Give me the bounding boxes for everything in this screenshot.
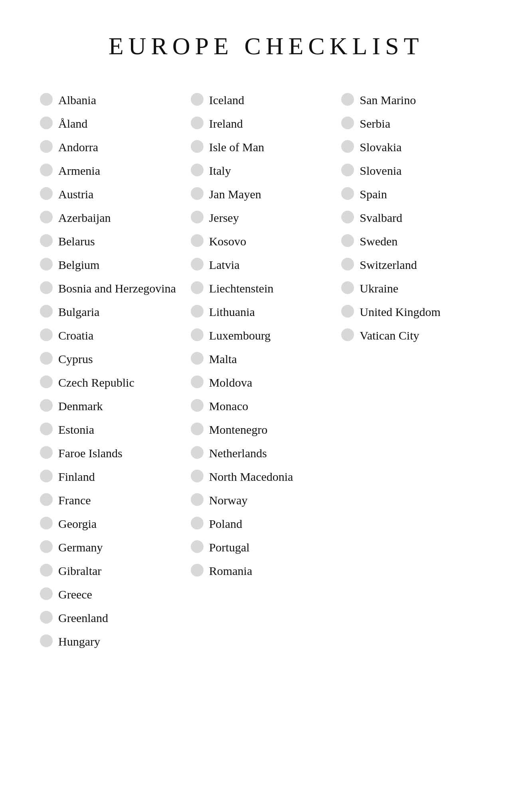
checklist-item-jersey[interactable]: Jersey [191,206,342,229]
checklist-item-luxembourg[interactable]: Luxembourg [191,324,342,347]
checkbox-albania[interactable] [40,93,53,106]
checklist-item-serbia[interactable]: Serbia [341,112,492,135]
checkbox-liechtenstein[interactable] [191,281,204,294]
checkbox-lithuania[interactable] [191,305,204,318]
checklist-item-liechtenstein[interactable]: Liechtenstein [191,277,342,300]
checkbox-spain[interactable] [341,187,354,200]
checklist-item-georgia[interactable]: Georgia [40,512,191,535]
checkbox-sweden[interactable] [341,234,354,247]
checklist-item-bulgaria[interactable]: Bulgaria [40,300,191,324]
checklist-item-svalbard[interactable]: Svalbard [341,206,492,229]
checklist-item-andorra[interactable]: Andorra [40,135,191,159]
checklist-item-portugal[interactable]: Portugal [191,535,342,559]
checkbox-luxembourg[interactable] [191,328,204,341]
checklist-item-denmark[interactable]: Denmark [40,394,191,418]
checklist-item-netherlands[interactable]: Netherlands [191,441,342,465]
checklist-item-san-marino[interactable]: San Marino [341,88,492,112]
checkbox-ukraine[interactable] [341,281,354,294]
checklist-item-armenia[interactable]: Armenia [40,159,191,182]
checklist-item-monaco[interactable]: Monaco [191,394,342,418]
checkbox-slovakia[interactable] [341,140,354,153]
checklist-item-bosnia[interactable]: Bosnia and Herzegovina [40,277,191,300]
checklist-item-lithuania[interactable]: Lithuania [191,300,342,324]
checkbox-latvia[interactable] [191,258,204,271]
checkbox-switzerland[interactable] [341,258,354,271]
checkbox-czech-republic[interactable] [40,375,53,388]
checkbox-moldova[interactable] [191,375,204,388]
checklist-item-gibraltar[interactable]: Gibraltar [40,559,191,583]
checklist-item-iceland[interactable]: Iceland [191,88,342,112]
checkbox-georgia[interactable] [40,517,53,529]
checklist-item-kosovo[interactable]: Kosovo [191,229,342,253]
checkbox-isle-of-man[interactable] [191,140,204,153]
checklist-item-moldova[interactable]: Moldova [191,371,342,394]
checkbox-greenland[interactable] [40,611,53,624]
checkbox-north-macedonia[interactable] [191,470,204,482]
checkbox-bulgaria[interactable] [40,305,53,318]
checkbox-bosnia[interactable] [40,281,53,294]
checkbox-france[interactable] [40,493,53,506]
checklist-item-slovakia[interactable]: Slovakia [341,135,492,159]
checklist-item-france[interactable]: France [40,488,191,512]
checkbox-armenia[interactable] [40,164,53,176]
checklist-item-isle-of-man[interactable]: Isle of Man [191,135,342,159]
checkbox-montenegro[interactable] [191,423,204,435]
checklist-item-norway[interactable]: Norway [191,488,342,512]
checkbox-belarus[interactable] [40,234,53,247]
checkbox-united-kingdom[interactable] [341,305,354,318]
checkbox-germany[interactable] [40,540,53,553]
checkbox-austria[interactable] [40,187,53,200]
checkbox-portugal[interactable] [191,540,204,553]
checkbox-norway[interactable] [191,493,204,506]
checkbox-malta[interactable] [191,352,204,365]
checklist-item-estonia[interactable]: Estonia [40,418,191,441]
checkbox-monaco[interactable] [191,399,204,412]
checklist-item-albania[interactable]: Albania [40,88,191,112]
checkbox-estonia[interactable] [40,423,53,435]
checkbox-netherlands[interactable] [191,446,204,459]
checklist-item-aland[interactable]: Åland [40,112,191,135]
checklist-item-spain[interactable]: Spain [341,182,492,206]
checkbox-belgium[interactable] [40,258,53,271]
checkbox-slovenia[interactable] [341,164,354,176]
checkbox-jersey[interactable] [191,211,204,223]
checkbox-hungary[interactable] [40,634,53,647]
checklist-item-vatican-city[interactable]: Vatican City [341,324,492,347]
checkbox-poland[interactable] [191,517,204,529]
checkbox-greece[interactable] [40,587,53,600]
checkbox-croatia[interactable] [40,328,53,341]
checklist-item-montenegro[interactable]: Montenegro [191,418,342,441]
checkbox-faroe-islands[interactable] [40,446,53,459]
checklist-item-united-kingdom[interactable]: United Kingdom [341,300,492,324]
checklist-item-belarus[interactable]: Belarus [40,229,191,253]
checklist-item-romania[interactable]: Romania [191,559,342,583]
checklist-item-azerbaijan[interactable]: Azerbaijan [40,206,191,229]
checkbox-jan-mayen[interactable] [191,187,204,200]
checkbox-ireland[interactable] [191,117,204,129]
checklist-item-ireland[interactable]: Ireland [191,112,342,135]
checkbox-romania[interactable] [191,564,204,577]
checklist-item-croatia[interactable]: Croatia [40,324,191,347]
checkbox-gibraltar[interactable] [40,564,53,577]
checkbox-azerbaijan[interactable] [40,211,53,223]
checkbox-cyprus[interactable] [40,352,53,365]
checkbox-vatican-city[interactable] [341,328,354,341]
checklist-item-ukraine[interactable]: Ukraine [341,277,492,300]
checklist-item-greece[interactable]: Greece [40,583,191,606]
checklist-item-switzerland[interactable]: Switzerland [341,253,492,277]
checklist-item-malta[interactable]: Malta [191,347,342,371]
checklist-item-north-macedonia[interactable]: North Macedonia [191,465,342,488]
checklist-item-belgium[interactable]: Belgium [40,253,191,277]
checklist-item-sweden[interactable]: Sweden [341,229,492,253]
checkbox-iceland[interactable] [191,93,204,106]
checklist-item-poland[interactable]: Poland [191,512,342,535]
checkbox-aland[interactable] [40,117,53,129]
checkbox-kosovo[interactable] [191,234,204,247]
checklist-item-germany[interactable]: Germany [40,535,191,559]
checklist-item-italy[interactable]: Italy [191,159,342,182]
checklist-item-slovenia[interactable]: Slovenia [341,159,492,182]
checklist-item-jan-mayen[interactable]: Jan Mayen [191,182,342,206]
checkbox-denmark[interactable] [40,399,53,412]
checklist-item-faroe-islands[interactable]: Faroe Islands [40,441,191,465]
checkbox-andorra[interactable] [40,140,53,153]
